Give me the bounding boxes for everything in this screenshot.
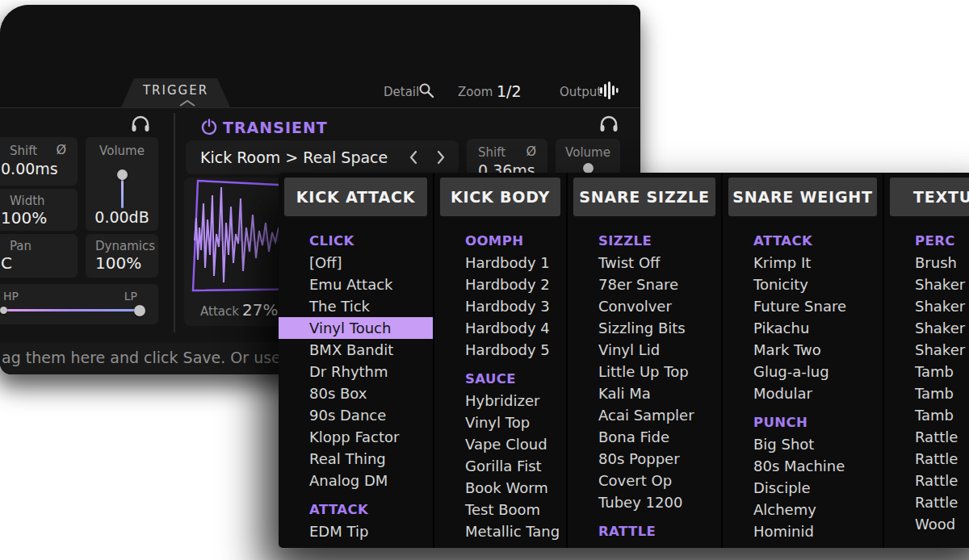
shift-label: Shift: [10, 144, 37, 158]
menu-item[interactable]: Gorilla Fist: [434, 455, 566, 477]
output-control-label[interactable]: Output: [560, 85, 602, 99]
menu-item[interactable]: Analog DM: [279, 470, 433, 491]
attack-value[interactable]: 27%: [242, 300, 278, 320]
menu-item[interactable]: Brush: [884, 252, 969, 274]
menu-item[interactable]: Test Boom: [434, 499, 566, 520]
phase-icon[interactable]: Ø: [526, 144, 536, 159]
menu-item[interactable]: Little Up Top: [568, 361, 721, 382]
menu-item[interactable]: Pikachu: [723, 317, 883, 339]
menu-item[interactable]: Alchemy: [723, 499, 883, 520]
menu-item[interactable]: Metallic Tang: [434, 520, 566, 542]
output-meter-icon[interactable]: [599, 81, 620, 100]
menu-item[interactable]: Rattle: [884, 470, 969, 491]
volume-label: Volume: [565, 145, 610, 160]
menu-column-header: KICK BODY: [440, 178, 560, 216]
menu-item[interactable]: Shaker: [884, 274, 969, 295]
zoom-value[interactable]: 1/2: [497, 82, 522, 100]
menu-item[interactable]: Klopp Factor: [279, 426, 433, 448]
menu-item[interactable]: Vinyl Top: [434, 412, 566, 433]
menu-item[interactable]: Real Thing: [279, 448, 433, 470]
search-icon[interactable]: [418, 82, 434, 98]
menu-item[interactable]: Rattle: [884, 426, 969, 448]
menu-item[interactable]: 90s Dance: [279, 404, 433, 426]
menu-item[interactable]: Twist Off: [568, 252, 721, 274]
shift-value: 0.00ms: [1, 160, 58, 178]
preset-selector[interactable]: Kick Room > Real Space: [186, 140, 459, 174]
menu-item[interactable]: Emu Attack: [279, 274, 433, 295]
menu-item[interactable]: Rattle: [884, 491, 969, 513]
menu-item[interactable]: Tamb: [884, 361, 969, 382]
menu-item[interactable]: Big Shot: [723, 433, 883, 455]
input-width-control[interactable]: Width 100%: [0, 189, 78, 231]
menu-item[interactable]: Vinyl Lid: [568, 339, 721, 361]
menu-item[interactable]: Hardbody 5: [434, 339, 566, 361]
volume-slider-handle[interactable]: [117, 169, 128, 180]
pan-value: C: [1, 253, 12, 273]
menu-item[interactable]: Shaker: [884, 317, 969, 339]
menu-column-header: SNARE WEIGHT: [728, 178, 877, 216]
menu-item[interactable]: Future Snare: [723, 295, 883, 317]
menu-item[interactable]: Hominid: [723, 520, 883, 542]
menu-item[interactable]: Tonicity: [723, 274, 883, 295]
menu-item[interactable]: Shaker: [884, 295, 969, 317]
menu-item[interactable]: Krimp It: [723, 252, 883, 274]
width-value: 100%: [1, 208, 47, 228]
menu-item[interactable]: 80s Popper: [568, 448, 721, 470]
headphone-icon[interactable]: [599, 115, 619, 132]
menu-item[interactable]: Hardbody 4: [434, 317, 566, 339]
menu-item[interactable]: Disciple: [723, 477, 883, 499]
hp-label: HP: [3, 290, 19, 303]
menu-item[interactable]: Hardbody 1: [434, 252, 566, 274]
menu-item[interactable]: Dr Rhythm: [279, 361, 433, 382]
menu-item[interactable]: BMX Bandit: [279, 339, 433, 361]
menu-item[interactable]: Hybridizer: [434, 390, 566, 412]
top-bar: [0, 5, 640, 108]
phase-icon[interactable]: Ø: [56, 142, 66, 157]
menu-item[interactable]: Kali Ma: [568, 382, 721, 404]
menu-item[interactable]: Tamb: [884, 382, 969, 404]
menu-item[interactable]: 80s Machine: [723, 455, 883, 477]
input-volume-control[interactable]: Volume 0.00dB: [86, 137, 158, 231]
input-shift-control[interactable]: Shift Ø 0.00ms: [0, 137, 78, 186]
menu-item[interactable]: Hardbody 2: [434, 274, 566, 295]
filter-slider[interactable]: [3, 309, 141, 311]
menu-item[interactable]: Glug-a-lug: [723, 361, 883, 382]
preset-menu: KICK ATTACKCLICK[Off]Emu AttackThe TickV…: [279, 173, 969, 548]
preset-prev-button[interactable]: [409, 150, 418, 165]
input-dynamics-control[interactable]: Dynamics 100%: [86, 234, 158, 278]
power-button[interactable]: [200, 118, 218, 136]
menu-category-label: CLICK: [279, 230, 433, 252]
headphone-icon[interactable]: [131, 115, 150, 132]
menu-item[interactable]: 80s Box: [279, 382, 433, 404]
menu-item[interactable]: Acai Sampler: [568, 404, 721, 426]
menu-item[interactable]: Bona Fide: [568, 426, 721, 448]
menu-item[interactable]: Vinyl Touch: [279, 317, 433, 339]
menu-item[interactable]: Sizzling Bits: [568, 317, 721, 339]
menu-item[interactable]: Modular: [723, 382, 883, 404]
menu-item[interactable]: EDM Tip: [279, 520, 433, 542]
tab-trigger[interactable]: TRIGGER: [121, 78, 230, 107]
menu-item[interactable]: Tubey 1200: [568, 491, 721, 513]
menu-item[interactable]: Wood: [884, 513, 969, 535]
menu-item[interactable]: Book Worm: [434, 477, 566, 499]
menu-item[interactable]: Rattle: [884, 448, 969, 470]
menu-item[interactable]: Tamb: [884, 404, 969, 426]
menu-item[interactable]: Covert Op: [568, 470, 721, 491]
detail-button-label[interactable]: Detail: [384, 85, 419, 99]
menu-category-label: ATTACK: [723, 230, 883, 252]
hp-handle[interactable]: [0, 307, 7, 314]
menu-item[interactable]: Convolver: [568, 295, 721, 317]
preset-next-button[interactable]: [436, 150, 446, 165]
menu-item[interactable]: Shaker: [884, 339, 969, 361]
menu-item[interactable]: 78er Snare: [568, 274, 721, 295]
menu-item[interactable]: Vape Cloud: [434, 433, 566, 455]
menu-item[interactable]: [Off]: [279, 252, 433, 274]
zoom-control-label[interactable]: Zoom: [458, 85, 493, 99]
lp-handle[interactable]: [134, 305, 145, 316]
menu-column-kick-attack: KICK ATTACKCLICK[Off]Emu AttackThe TickV…: [279, 173, 434, 548]
section-divider: [174, 113, 175, 332]
input-pan-control[interactable]: Pan C: [0, 234, 78, 278]
menu-item[interactable]: The Tick: [279, 295, 433, 317]
menu-item[interactable]: Hardbody 3: [434, 295, 566, 317]
menu-item[interactable]: Mark Two: [723, 339, 883, 361]
